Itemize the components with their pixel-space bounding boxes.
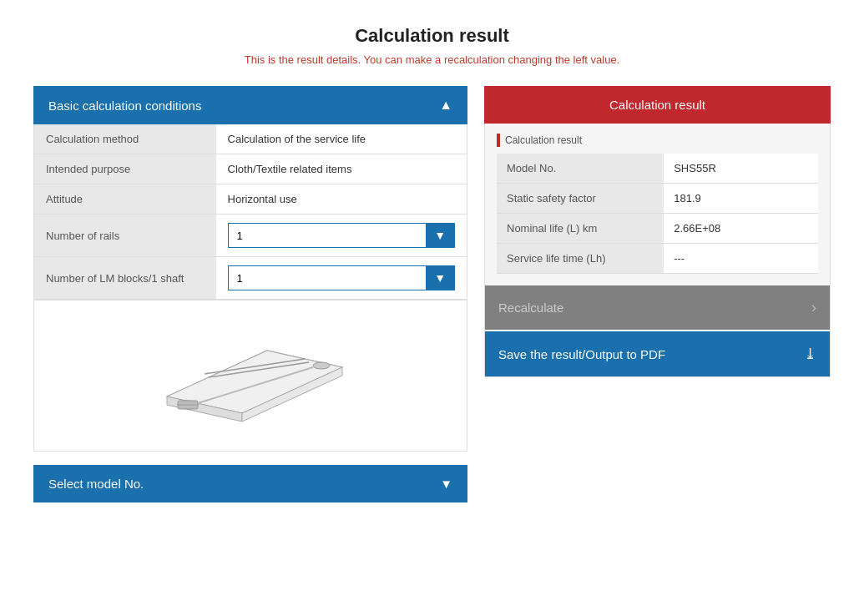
- number-of-rails-row: Number of rails ▼: [34, 215, 467, 257]
- conditions-table: Calculation method Calculation of the se…: [34, 124, 467, 300]
- result-header: Calculation result: [484, 86, 831, 124]
- result-label-service: Service life time (Lh): [497, 244, 664, 274]
- field-value: Calculation of the service life: [216, 124, 467, 154]
- download-icon: ⤓: [804, 345, 816, 363]
- result-table: Model No. SHS55R Static safety factor 18…: [497, 154, 818, 274]
- basic-conditions-title: Basic calculation conditions: [48, 98, 201, 113]
- table-row: Attitude Horizontal use: [34, 184, 467, 215]
- number-of-lm-label: Number of LM blocks/1 shaft: [34, 257, 216, 300]
- result-value-model: SHS55R: [664, 154, 818, 184]
- save-button[interactable]: Save the result/Output to PDF ⤓: [485, 331, 830, 376]
- result-label-model: Model No.: [497, 154, 664, 184]
- result-body: Calculation result Model No. SHS55R Stat…: [484, 124, 831, 377]
- diagram-area: [34, 300, 467, 451]
- button-area: Recalculate › Save the result/Output to …: [485, 285, 830, 376]
- result-row-model: Model No. SHS55R: [497, 154, 818, 184]
- recalculate-arrow-icon: ›: [811, 299, 816, 316]
- result-value-service: ---: [664, 244, 818, 274]
- number-of-rails-cell: ▼: [216, 215, 467, 257]
- collapse-arrow-icon: ▲: [439, 98, 452, 113]
- result-row-nominal: Nominal life (L) km 2.66E+08: [497, 214, 818, 244]
- page-subtitle: This is the result details. You can make…: [33, 53, 831, 66]
- save-label: Save the result/Output to PDF: [498, 347, 665, 361]
- result-label-nominal: Nominal life (L) km: [497, 214, 664, 244]
- result-label-safety: Static safety factor: [497, 184, 664, 214]
- result-value-safety: 181.9: [664, 184, 818, 214]
- result-label-text: Calculation result: [505, 134, 582, 146]
- basic-conditions-header[interactable]: Basic calculation conditions ▲: [33, 86, 467, 124]
- number-of-rails-input[interactable]: [229, 225, 427, 247]
- result-value-nominal: 2.66E+08: [664, 214, 818, 244]
- field-label: Attitude: [34, 184, 216, 215]
- number-of-lm-cell: ▼: [216, 257, 467, 300]
- result-label-bar: [497, 134, 500, 147]
- number-of-lm-input[interactable]: [229, 267, 427, 290]
- select-model-header[interactable]: Select model No. ▼: [33, 465, 467, 502]
- field-value: Cloth/Textile related items: [216, 154, 467, 184]
- select-model-arrow-icon: ▼: [440, 477, 452, 491]
- basic-conditions-body: Calculation method Calculation of the se…: [33, 124, 467, 452]
- recalculate-label: Recalculate: [498, 300, 563, 315]
- svg-point-9: [313, 362, 330, 369]
- field-value: Horizontal use: [216, 184, 467, 215]
- result-sub-label: Calculation result: [497, 134, 818, 147]
- number-of-lm-dropdown-btn[interactable]: ▼: [426, 266, 454, 290]
- recalculate-button[interactable]: Recalculate ›: [485, 285, 830, 330]
- table-row: Intended purpose Cloth/Textile related i…: [34, 154, 467, 184]
- table-row: Calculation method Calculation of the se…: [34, 124, 467, 154]
- right-panel: Calculation result Calculation result Mo…: [484, 86, 831, 377]
- page-title: Calculation result: [33, 25, 831, 47]
- result-header-title: Calculation result: [609, 98, 705, 112]
- number-of-rails-label: Number of rails: [34, 215, 216, 257]
- diagram-svg: [142, 317, 359, 434]
- field-label: Calculation method: [34, 124, 216, 154]
- number-of-lm-select-wrapper[interactable]: ▼: [228, 265, 455, 290]
- number-of-rails-select-wrapper[interactable]: ▼: [228, 223, 455, 248]
- number-of-lm-row: Number of LM blocks/1 shaft ▼: [34, 257, 467, 300]
- left-panel: Basic calculation conditions ▲ Calculati…: [33, 86, 467, 502]
- result-row-safety: Static safety factor 181.9: [497, 184, 818, 214]
- result-row-service: Service life time (Lh) ---: [497, 244, 818, 274]
- field-label: Intended purpose: [34, 154, 216, 184]
- number-of-rails-dropdown-btn[interactable]: ▼: [426, 224, 454, 247]
- select-model-label: Select model No.: [48, 477, 144, 491]
